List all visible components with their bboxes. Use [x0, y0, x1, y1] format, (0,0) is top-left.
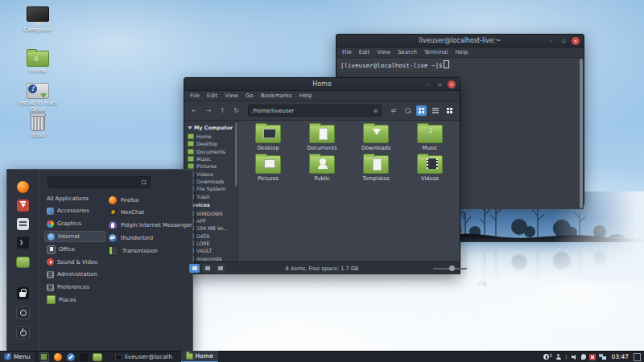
list-view-button[interactable] — [430, 105, 440, 116]
category-places[interactable]: Places — [44, 294, 105, 306]
sidebar-device[interactable]: Anaconda — [188, 254, 237, 261]
menu-view[interactable]: View — [225, 93, 238, 99]
category-office[interactable]: Office — [44, 244, 105, 255]
notifications-icon[interactable] — [581, 354, 586, 360]
sidebar-device[interactable]: LORE — [188, 240, 237, 247]
sidebar-device[interactable]: APP — [188, 217, 237, 224]
search-button[interactable] — [402, 105, 413, 116]
zoom-slider[interactable] — [433, 265, 455, 271]
sidebar-section-devices[interactable]: Devices — [188, 202, 237, 208]
maximize-icon[interactable]: ▫ — [559, 37, 568, 45]
refresh-icon[interactable]: ↻ — [231, 105, 242, 117]
sidebar-scrollbar[interactable] — [235, 122, 237, 187]
forward-icon[interactable]: → — [203, 105, 213, 117]
menu-edit[interactable]: Edit — [359, 49, 370, 56]
close-icon[interactable]: × — [572, 37, 580, 45]
sidebar-item-home[interactable]: Home — [188, 133, 237, 140]
sidebar-item-videos[interactable]: Videos — [188, 170, 237, 177]
menu-go[interactable]: Go — [246, 93, 254, 99]
install-favorite-icon[interactable] — [17, 200, 29, 212]
network-icon[interactable] — [599, 354, 606, 360]
terminal-scrollbar[interactable] — [580, 59, 583, 208]
minimize-icon[interactable]: – — [547, 37, 555, 45]
file-manager-files-area[interactable]: Desktop Documents Downloads ♪ Music Pict… — [238, 121, 460, 261]
menu-help[interactable]: Help — [299, 93, 312, 99]
menu-file[interactable]: File — [342, 49, 352, 56]
folder-documents[interactable]: Documents — [296, 125, 348, 151]
menu-edit[interactable]: Edit — [207, 93, 218, 99]
sidebar-item-trash[interactable]: Trash — [188, 192, 237, 200]
category-preferences[interactable]: Preferences — [44, 282, 105, 293]
app-pidgin[interactable]: Pidgin Internet Messenger — [109, 220, 189, 231]
editor-launcher-icon[interactable] — [67, 353, 75, 361]
location-bar[interactable]: /home/liveuser ⊗ — [248, 105, 382, 117]
folder-music[interactable]: ♪ Music — [404, 125, 456, 151]
files-favorite-icon[interactable] — [16, 257, 30, 268]
sidebar-item-music[interactable]: Music — [188, 155, 237, 162]
icon-view-button[interactable] — [416, 105, 427, 116]
terminal-favorite-icon[interactable] — [17, 237, 29, 249]
window-button-home[interactable]: Home — [181, 351, 218, 362]
volume-icon[interactable] — [572, 354, 578, 360]
firefox-favorite-icon[interactable] — [17, 181, 29, 193]
sidebar-item-pictures[interactable]: Pictures — [188, 162, 237, 170]
desktop-icon-trash[interactable]: Trash — [12, 113, 64, 139]
bluetooth-icon[interactable]: ᛒ — [564, 354, 568, 360]
sidebar-device[interactable]: 504 MB Vo... — [188, 224, 237, 232]
folder-templates[interactable]: Templates — [350, 155, 402, 182]
removable-media-icon[interactable] — [589, 354, 596, 360]
firefox-launcher-icon[interactable] — [54, 353, 62, 361]
category-graphics[interactable]: Graphics — [44, 218, 105, 229]
logout-icon[interactable] — [16, 306, 30, 319]
folder-public[interactable]: Public — [296, 155, 348, 182]
window-button-terminal[interactable]: liveuser@localh... — [110, 352, 173, 362]
up-icon[interactable]: ↑ — [217, 105, 228, 117]
desktop-icon-install[interactable]: f Install to Hard Drive — [12, 80, 64, 113]
compact-view-button[interactable] — [444, 105, 455, 116]
close-icon[interactable]: × — [448, 80, 456, 88]
app-transmission[interactable]: Transmission — [109, 245, 189, 257]
minimize-icon[interactable]: – — [423, 80, 431, 88]
treeview-sidebar-toggle[interactable] — [202, 264, 213, 273]
sidebar-item-file-system[interactable]: File System — [188, 185, 237, 192]
menu-button[interactable]: f Menu — [0, 352, 35, 362]
lock-screen-icon[interactable] — [17, 287, 29, 299]
updates-icon[interactable]: 1 — [543, 354, 549, 360]
app-firefox[interactable]: Firefox — [109, 195, 189, 206]
files-launcher-icon[interactable] — [93, 353, 102, 361]
terminal-launcher-icon[interactable] — [80, 353, 88, 361]
menu-file[interactable]: File — [190, 93, 200, 99]
terminal-titlebar[interactable]: liveuser@localhost-live:~ – ▫ × — [336, 35, 584, 47]
folder-pictures[interactable]: Pictures — [242, 155, 294, 182]
category-sound-video[interactable]: Sound & Video — [44, 257, 105, 268]
menu-bookmarks[interactable]: Bookmarks — [261, 93, 292, 99]
show-desktop-icon[interactable] — [39, 352, 49, 362]
zoom-slider-knob[interactable] — [449, 265, 455, 271]
menu-search-input[interactable] — [47, 176, 151, 188]
maximize-icon[interactable]: ▫ — [436, 80, 444, 88]
app-hexchat[interactable]: HexChat — [109, 208, 189, 219]
menu-help[interactable]: Help — [456, 49, 469, 56]
sidebar-device[interactable]: WINDOWS — [188, 210, 237, 217]
folder-downloads[interactable]: Downloads — [350, 125, 402, 151]
sidebar-section-computer[interactable]: My Computer — [188, 125, 237, 131]
file-manager-titlebar[interactable]: Home – ▫ × — [184, 78, 460, 91]
back-icon[interactable]: ← — [189, 105, 200, 117]
shutdown-icon[interactable] — [16, 326, 30, 339]
clock[interactable]: 03:47 — [611, 353, 629, 360]
folder-videos[interactable]: Videos — [404, 155, 456, 182]
menu-search[interactable]: Search — [398, 49, 417, 56]
hide-sidebar-toggle[interactable] — [215, 264, 225, 273]
category-accessories[interactable]: Accessories — [44, 206, 105, 217]
show-desktop-corner-icon[interactable] — [634, 353, 641, 361]
category-all-applications[interactable]: All Applications — [44, 193, 105, 204]
sidebar-item-downloads[interactable]: Downloads — [188, 178, 237, 185]
desktop-icon-home[interactable]: ⌂ Home — [12, 48, 64, 75]
folder-desktop[interactable]: Desktop — [242, 125, 294, 151]
sidebar-item-documents[interactable]: Documents — [188, 148, 237, 155]
places-sidebar-toggle[interactable] — [189, 264, 200, 273]
menu-terminal[interactable]: Terminal — [424, 49, 448, 56]
sidebar-item-desktop[interactable]: Desktop — [188, 140, 237, 147]
menu-view[interactable]: View — [377, 49, 390, 56]
user-applet-icon[interactable] — [555, 354, 561, 360]
